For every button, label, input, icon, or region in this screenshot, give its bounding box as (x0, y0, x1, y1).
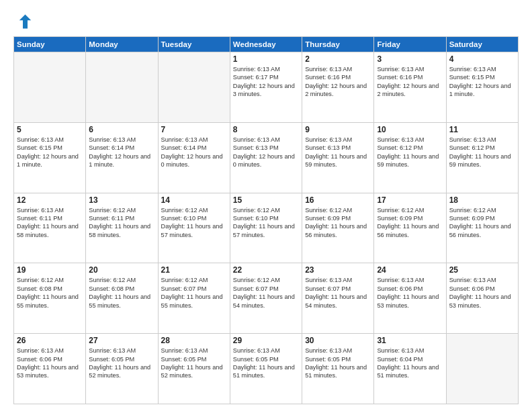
cell-text: Sunrise: 6:12 AMSunset: 6:08 PMDaylight:… (17, 276, 83, 310)
calendar-cell: 29Sunrise: 6:13 AMSunset: 6:05 PMDayligh… (230, 334, 302, 404)
day-number: 9 (305, 125, 371, 134)
cell-text: Sunrise: 6:13 AMSunset: 6:05 PMDaylight:… (89, 347, 154, 380)
cell-text: Sunrise: 6:12 AMSunset: 6:07 PMDaylight:… (161, 276, 227, 310)
day-number: 3 (377, 54, 443, 64)
logo-icon (13, 12, 32, 31)
day-number: 12 (17, 195, 83, 205)
weekday-header: Thursday (302, 37, 374, 52)
calendar-cell: 16Sunrise: 6:12 AMSunset: 6:09 PMDayligh… (302, 193, 374, 263)
weekday-header: Monday (86, 37, 158, 52)
day-number: 31 (377, 336, 443, 345)
svg-marker-0 (19, 15, 32, 29)
cell-text: Sunrise: 6:13 AMSunset: 6:06 PMDaylight:… (17, 347, 83, 380)
calendar-cell: 11Sunrise: 6:13 AMSunset: 6:12 PMDayligh… (446, 122, 518, 193)
calendar-cell: 30Sunrise: 6:13 AMSunset: 6:05 PMDayligh… (302, 334, 374, 404)
cell-text: Sunrise: 6:13 AMSunset: 6:05 PMDaylight:… (305, 347, 371, 380)
day-number: 19 (17, 265, 83, 275)
cell-text: Sunrise: 6:12 AMSunset: 6:10 PMDaylight:… (233, 206, 299, 240)
calendar-cell: 25Sunrise: 6:13 AMSunset: 6:06 PMDayligh… (446, 263, 518, 334)
day-number: 22 (233, 265, 299, 275)
calendar-cell: 10Sunrise: 6:13 AMSunset: 6:12 PMDayligh… (374, 122, 446, 193)
cell-text: Sunrise: 6:13 AMSunset: 6:06 PMDaylight:… (377, 276, 443, 310)
cell-text: Sunrise: 6:13 AMSunset: 6:14 PMDaylight:… (161, 136, 227, 169)
calendar-cell (86, 52, 158, 123)
cell-text: Sunrise: 6:13 AMSunset: 6:15 PMDaylight:… (449, 65, 515, 99)
weekday-header: Friday (374, 37, 446, 52)
day-number: 16 (305, 195, 371, 205)
day-number: 29 (233, 336, 299, 345)
cell-text: Sunrise: 6:12 AMSunset: 6:09 PMDaylight:… (305, 206, 371, 240)
calendar-cell: 21Sunrise: 6:12 AMSunset: 6:07 PMDayligh… (158, 263, 230, 334)
calendar-cell: 9Sunrise: 6:13 AMSunset: 6:13 PMDaylight… (302, 122, 374, 193)
calendar-week-row: 12Sunrise: 6:13 AMSunset: 6:11 PMDayligh… (14, 193, 519, 263)
calendar-week-row: 26Sunrise: 6:13 AMSunset: 6:06 PMDayligh… (14, 334, 519, 404)
calendar-cell: 12Sunrise: 6:13 AMSunset: 6:11 PMDayligh… (14, 193, 86, 263)
weekday-row: SundayMondayTuesdayWednesdayThursdayFrid… (14, 37, 519, 52)
day-number: 28 (161, 336, 227, 345)
logo (13, 12, 35, 31)
calendar-cell: 28Sunrise: 6:13 AMSunset: 6:05 PMDayligh… (158, 334, 230, 404)
cell-text: Sunrise: 6:13 AMSunset: 6:04 PMDaylight:… (377, 347, 443, 380)
cell-text: Sunrise: 6:13 AMSunset: 6:16 PMDaylight:… (377, 65, 443, 99)
day-number: 23 (305, 265, 371, 275)
cell-text: Sunrise: 6:13 AMSunset: 6:05 PMDaylight:… (161, 347, 227, 380)
calendar-cell: 19Sunrise: 6:12 AMSunset: 6:08 PMDayligh… (14, 263, 86, 334)
day-number: 8 (233, 125, 299, 134)
calendar-cell (14, 52, 86, 123)
weekday-header: Saturday (446, 37, 518, 52)
cell-text: Sunrise: 6:12 AMSunset: 6:08 PMDaylight:… (89, 276, 154, 310)
weekday-header: Tuesday (158, 37, 230, 52)
cell-text: Sunrise: 6:13 AMSunset: 6:11 PMDaylight:… (17, 206, 83, 240)
day-number: 20 (89, 265, 154, 275)
cell-text: Sunrise: 6:12 AMSunset: 6:09 PMDaylight:… (377, 206, 443, 240)
day-number: 18 (449, 195, 515, 205)
calendar-week-row: 5Sunrise: 6:13 AMSunset: 6:15 PMDaylight… (14, 122, 519, 193)
calendar-cell: 20Sunrise: 6:12 AMSunset: 6:08 PMDayligh… (86, 263, 158, 334)
calendar-cell: 6Sunrise: 6:13 AMSunset: 6:14 PMDaylight… (86, 122, 158, 193)
cell-text: Sunrise: 6:13 AMSunset: 6:13 PMDaylight:… (305, 136, 371, 169)
day-number: 14 (161, 195, 227, 205)
day-number: 7 (161, 125, 227, 134)
day-number: 15 (233, 195, 299, 205)
day-number: 2 (305, 54, 371, 64)
day-number: 17 (377, 195, 443, 205)
calendar-cell (158, 52, 230, 123)
day-number: 6 (89, 125, 154, 134)
calendar-cell: 13Sunrise: 6:12 AMSunset: 6:11 PMDayligh… (86, 193, 158, 263)
day-number: 4 (449, 54, 515, 64)
header (13, 12, 519, 31)
calendar-cell: 31Sunrise: 6:13 AMSunset: 6:04 PMDayligh… (374, 334, 446, 404)
day-number: 1 (233, 54, 299, 64)
calendar-week-row: 1Sunrise: 6:13 AMSunset: 6:17 PMDaylight… (14, 52, 519, 123)
calendar-cell: 2Sunrise: 6:13 AMSunset: 6:16 PMDaylight… (302, 52, 374, 123)
calendar-cell (446, 334, 518, 404)
calendar-cell: 22Sunrise: 6:12 AMSunset: 6:07 PMDayligh… (230, 263, 302, 334)
calendar-cell: 27Sunrise: 6:13 AMSunset: 6:05 PMDayligh… (86, 334, 158, 404)
page: SundayMondayTuesdayWednesdayThursdayFrid… (0, 0, 532, 411)
day-number: 27 (89, 336, 154, 345)
cell-text: Sunrise: 6:13 AMSunset: 6:12 PMDaylight:… (377, 136, 443, 169)
cell-text: Sunrise: 6:13 AMSunset: 6:06 PMDaylight:… (449, 276, 515, 310)
day-number: 25 (449, 265, 515, 275)
calendar-cell: 14Sunrise: 6:12 AMSunset: 6:10 PMDayligh… (158, 193, 230, 263)
cell-text: Sunrise: 6:13 AMSunset: 6:14 PMDaylight:… (89, 136, 154, 169)
calendar-cell: 3Sunrise: 6:13 AMSunset: 6:16 PMDaylight… (374, 52, 446, 123)
day-number: 21 (161, 265, 227, 275)
calendar-cell: 1Sunrise: 6:13 AMSunset: 6:17 PMDaylight… (230, 52, 302, 123)
calendar-week-row: 19Sunrise: 6:12 AMSunset: 6:08 PMDayligh… (14, 263, 519, 334)
day-number: 30 (305, 336, 371, 345)
calendar-cell: 15Sunrise: 6:12 AMSunset: 6:10 PMDayligh… (230, 193, 302, 263)
weekday-header: Wednesday (230, 37, 302, 52)
cell-text: Sunrise: 6:12 AMSunset: 6:11 PMDaylight:… (89, 206, 154, 240)
calendar-header: SundayMondayTuesdayWednesdayThursdayFrid… (14, 37, 519, 52)
calendar-cell: 7Sunrise: 6:13 AMSunset: 6:14 PMDaylight… (158, 122, 230, 193)
cell-text: Sunrise: 6:13 AMSunset: 6:07 PMDaylight:… (305, 276, 371, 310)
calendar-cell: 17Sunrise: 6:12 AMSunset: 6:09 PMDayligh… (374, 193, 446, 263)
day-number: 24 (377, 265, 443, 275)
calendar-cell: 24Sunrise: 6:13 AMSunset: 6:06 PMDayligh… (374, 263, 446, 334)
weekday-header: Sunday (14, 37, 86, 52)
day-number: 26 (17, 336, 83, 345)
day-number: 13 (89, 195, 154, 205)
cell-text: Sunrise: 6:13 AMSunset: 6:16 PMDaylight:… (305, 65, 371, 99)
cell-text: Sunrise: 6:13 AMSunset: 6:17 PMDaylight:… (233, 65, 299, 99)
